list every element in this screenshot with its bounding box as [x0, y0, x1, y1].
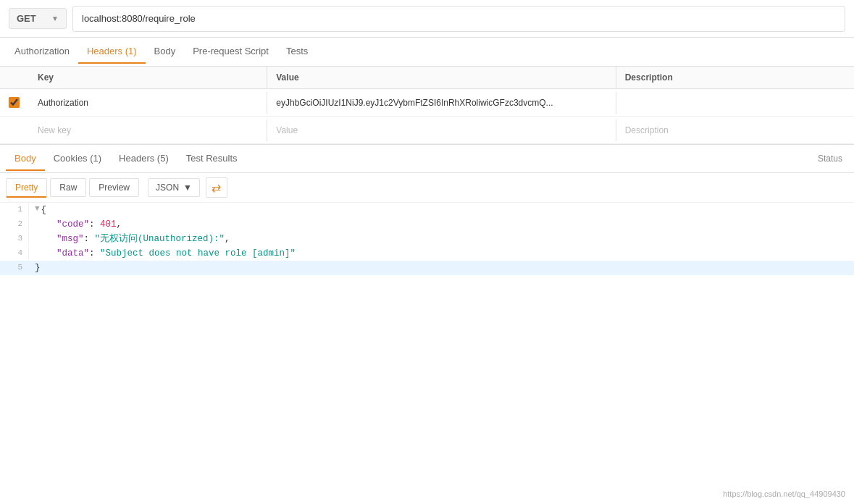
- tab-authorization[interactable]: Authorization: [6, 40, 78, 64]
- header-key-placeholder[interactable]: New key: [29, 119, 267, 141]
- code-line-1: 1 ▼ {: [0, 203, 854, 217]
- code-area: 1 ▼ { 2 "code": 401, 3 "msg": "无权访问(Unau…: [0, 203, 854, 348]
- code-line-2: 2 "code": 401,: [0, 217, 854, 232]
- format-select[interactable]: JSON ▼: [148, 178, 200, 197]
- preview-btn[interactable]: Preview: [89, 178, 139, 197]
- response-tabs-bar: Body Cookies (1) Headers (5) Test Result…: [0, 144, 854, 173]
- code-toolbar: Pretty Raw Preview JSON ▼ ⇄: [0, 173, 854, 203]
- header-checkbox-0[interactable]: [0, 91, 29, 114]
- method-chevron-icon: ▼: [51, 14, 59, 22]
- col-value-header: Value: [267, 67, 616, 88]
- line-num-3: 3: [0, 232, 29, 245]
- resp-tab-cookies[interactable]: Cookies (1): [45, 147, 110, 171]
- method-selector[interactable]: GET ▼: [9, 8, 67, 29]
- line-content-4: "data": "Subject does not have role [adm…: [35, 246, 854, 261]
- col-desc-header: Description: [616, 67, 854, 88]
- code-line-5: 5 }: [0, 261, 854, 275]
- headers-table-header: Key Value Description: [0, 67, 854, 89]
- line-content-2: "code": 401,: [35, 217, 854, 232]
- format-label: JSON: [156, 182, 179, 193]
- tab-tests[interactable]: Tests: [277, 40, 317, 64]
- resp-tab-headers[interactable]: Headers (5): [110, 147, 177, 171]
- resp-tab-body[interactable]: Body: [6, 147, 45, 171]
- tab-pre-request-script[interactable]: Pre-request Script: [184, 40, 277, 64]
- method-label: GET: [17, 13, 36, 24]
- header-checkbox-placeholder: [0, 125, 29, 136]
- line-num-5: 5: [0, 261, 29, 274]
- tab-headers[interactable]: Headers (1): [78, 40, 146, 64]
- request-tabs: Authorization Headers (1) Body Pre-reque…: [0, 38, 854, 67]
- wrap-btn[interactable]: ⇄: [206, 177, 227, 198]
- header-desc-placeholder[interactable]: Description: [616, 119, 854, 141]
- line-num-1: 1: [0, 203, 29, 217]
- header-desc-0[interactable]: [616, 97, 854, 109]
- code-line-4: 4 "data": "Subject does not have role [a…: [0, 246, 854, 261]
- url-input[interactable]: [72, 6, 845, 32]
- col-key-header: Key: [29, 67, 267, 88]
- line-toggle-1[interactable]: ▼: [35, 203, 40, 216]
- line-content-1: {: [41, 203, 854, 217]
- line-num-4: 4: [0, 246, 29, 260]
- header-value-placeholder[interactable]: Value: [267, 119, 616, 141]
- line-num-2: 2: [0, 217, 29, 231]
- status-label: Status: [818, 154, 848, 164]
- code-line-3: 3 "msg": "无权访问(Unauthorized):",: [0, 232, 854, 246]
- format-chevron-icon: ▼: [183, 182, 192, 193]
- raw-btn[interactable]: Raw: [50, 178, 86, 197]
- line-content-3: "msg": "无权访问(Unauthorized):",: [35, 232, 854, 246]
- header-value-0[interactable]: eyJhbGciOiJIUzI1NiJ9.eyJ1c2VybmFtZSI6InR…: [267, 92, 616, 114]
- wrap-icon: ⇄: [212, 181, 221, 195]
- header-key-0[interactable]: Authorization: [29, 92, 267, 114]
- col-checkbox-header: [0, 67, 29, 88]
- header-row-placeholder: New key Value Description: [0, 117, 854, 144]
- pretty-btn[interactable]: Pretty: [6, 178, 47, 198]
- header-row-0: Authorization eyJhbGciOiJIUzI1NiJ9.eyJ1c…: [0, 89, 854, 117]
- resp-tab-test-results[interactable]: Test Results: [177, 147, 246, 171]
- line-content-5: }: [35, 261, 854, 275]
- headers-section: Key Value Description Authorization eyJh…: [0, 67, 854, 144]
- url-bar: GET ▼: [0, 0, 854, 38]
- tab-body[interactable]: Body: [146, 40, 185, 64]
